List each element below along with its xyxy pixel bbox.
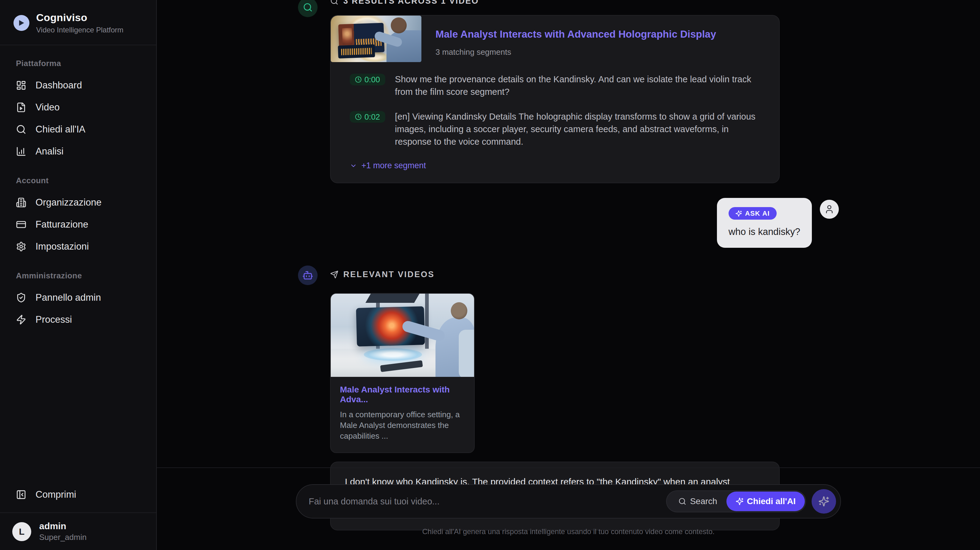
conversation-thread: 3 RESULTS ACROSS 1 VIDEO (298, 0, 839, 530)
sidebar: Cogniviso Video Intelligence Platform Pi… (0, 0, 157, 550)
more-segments-link[interactable]: +1 more segment (350, 161, 779, 182)
analyst-head (391, 17, 407, 33)
sidebar-item-label: Pannello admin (35, 292, 101, 303)
mode-toggle: Search Chiedi all'AI (666, 490, 806, 512)
user-avatar (820, 200, 839, 219)
video-thumbnail (331, 294, 474, 377)
chevron-down-icon (350, 162, 357, 170)
sidebar-item-analytics[interactable]: Analisi (8, 140, 148, 162)
brand-tagline: Video Intelligence Platform (36, 26, 123, 34)
sidebar-item-billing[interactable]: Fatturazione (8, 214, 148, 236)
user-profile[interactable]: L admin Super_admin (0, 512, 156, 550)
results-header: 3 RESULTS ACROSS 1 VIDEO (330, 0, 780, 6)
ai-sparkle-button[interactable] (811, 489, 836, 514)
shield-check-icon (16, 292, 26, 303)
sidebar-item-settings[interactable]: Impostazioni (8, 236, 148, 258)
file-video-icon (16, 102, 26, 113)
composer-divider (157, 468, 980, 468)
user-message-row: ASK AI who is kandisky? (298, 198, 839, 248)
user-message-text: who is kandisky? (729, 227, 800, 238)
sidebar-item-label: Video (35, 102, 60, 113)
search-icon (303, 2, 313, 12)
send-icon (330, 270, 339, 279)
sparkles-icon (736, 498, 744, 506)
collapse-label: Comprimi (35, 489, 76, 500)
user-message-bubble: ASK AI who is kandisky? (717, 198, 812, 248)
avatar: L (12, 522, 31, 541)
holo-pedestal (364, 348, 422, 361)
collapse-sidebar-button[interactable]: Comprimi (8, 483, 148, 506)
relevant-video-card[interactable]: Male Analyst Interacts with Adva... In a… (330, 293, 475, 453)
sidebar-item-organization[interactable]: Organizzazione (8, 192, 148, 214)
credit-card-icon (16, 219, 26, 230)
search-icon (678, 498, 686, 506)
brand: Cogniviso Video Intelligence Platform (0, 0, 156, 45)
app-root: Cogniviso Video Intelligence Platform Pi… (0, 0, 980, 550)
sidebar-item-label: Dashboard (35, 80, 82, 91)
clock-icon (355, 76, 362, 83)
search-results-block: 3 RESULTS ACROSS 1 VIDEO (298, 0, 839, 183)
segment-row: 0:02 [en] Viewing Kandinsky Details The … (350, 111, 766, 148)
user-role: Super_admin (39, 533, 87, 542)
search-result-badge (298, 0, 318, 17)
matching-segments-count: 3 matching segments (436, 48, 716, 57)
analyst-head (451, 302, 467, 319)
composer-hint: Chiedi all'AI genera una risposta intell… (157, 527, 980, 536)
sparkles-icon (818, 496, 829, 507)
search-icon (330, 0, 339, 5)
timestamp-badge[interactable]: 0:00 (350, 74, 385, 86)
sidebar-item-video[interactable]: Video (8, 97, 148, 118)
sidebar-item-processes[interactable]: Processi (8, 309, 148, 331)
segment-text: Show me the provenance details on the Ka… (395, 73, 766, 98)
ai-bot-badge (298, 266, 318, 285)
question-input[interactable] (309, 496, 666, 507)
relevant-videos-header: RELEVANT VIDEOS (330, 270, 780, 279)
timestamp-badge[interactable]: 0:02 (350, 111, 385, 123)
chat-area: 3 RESULTS ACROSS 1 VIDEO (157, 0, 980, 550)
sidebar-item-label: Impostazioni (35, 241, 89, 252)
user-name: admin (39, 521, 87, 531)
video-thumbnail[interactable] (331, 16, 422, 62)
sidebar-item-label: Processi (35, 314, 72, 325)
segment-row: 0:00 Show me the provenance details on t… (350, 74, 766, 98)
sidebar-nav: Piattaforma Dashboard Video Chiedi all'I… (0, 45, 156, 344)
brand-logo-icon (13, 15, 29, 31)
office-chair (459, 330, 474, 377)
sidebar-item-label: Analisi (35, 146, 64, 157)
sidebar-item-label: Organizzazione (35, 197, 101, 208)
dashboard-icon (16, 80, 26, 90)
result-card: Male Analyst Interacts with Advanced Hol… (330, 15, 780, 183)
panel-collapse-icon (16, 490, 26, 500)
gear-icon (16, 241, 26, 252)
search-icon (16, 124, 26, 135)
user-icon (824, 204, 834, 214)
waveform-panel (338, 44, 375, 59)
ceiling-panel (365, 294, 419, 303)
zap-icon (16, 314, 26, 325)
clock-icon (355, 114, 362, 120)
ask-ai-badge: ASK AI (729, 207, 776, 220)
search-button[interactable]: Search (670, 496, 726, 506)
relevant-videos-block: RELEVANT VIDEOS (298, 266, 839, 285)
video-description: In a contemporary office setting, a Male… (340, 409, 465, 441)
result-title-link[interactable]: Male Analyst Interacts with Advanced Hol… (436, 29, 716, 40)
segment-text: [en] Viewing Kandinsky Details The holog… (395, 111, 766, 148)
bot-icon (302, 270, 313, 281)
brand-name: Cogniviso (36, 12, 123, 24)
sidebar-item-ask-ai[interactable]: Chiedi all'IA (8, 118, 148, 140)
building-icon (16, 197, 26, 208)
nav-section-label: Amministrazione (16, 271, 148, 281)
sidebar-item-label: Fatturazione (35, 219, 88, 230)
sparkles-icon (735, 210, 742, 217)
nav-section-label: Piattaforma (16, 59, 148, 68)
analyst-figure (387, 30, 422, 62)
nav-section-label: Account (16, 176, 148, 185)
video-title-link[interactable]: Male Analyst Interacts with Adva... (340, 385, 465, 404)
sidebar-item-dashboard[interactable]: Dashboard (8, 74, 148, 97)
composer-bar: Search Chiedi all'AI (296, 484, 841, 518)
bar-chart-icon (16, 146, 26, 157)
ask-ai-button[interactable]: Chiedi all'AI (726, 491, 805, 511)
sidebar-item-admin-panel[interactable]: Pannello admin (8, 287, 148, 309)
sidebar-item-label: Chiedi all'IA (35, 124, 86, 135)
